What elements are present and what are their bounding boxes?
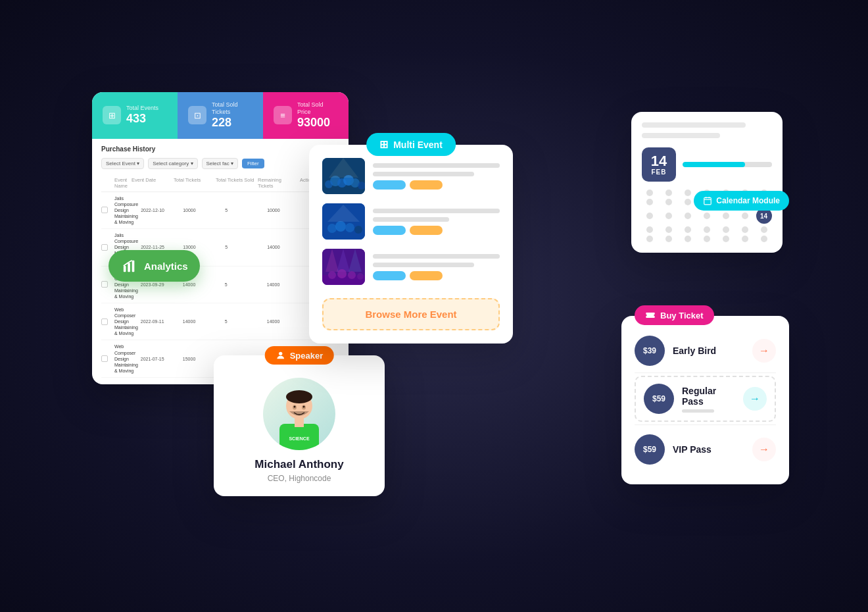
col-check — [101, 177, 112, 189]
events-icon: ⊞ — [103, 106, 121, 124]
svg-point-22 — [327, 224, 337, 233]
stat-info-events: Total Events 433 — [126, 105, 158, 126]
event-thumb-3 — [322, 249, 365, 285]
ticket-vip-pass: $59 VIP Pass → — [635, 424, 776, 471]
svg-point-35 — [357, 273, 364, 280]
row-event-name: Web Composer Design Maintaining & Moving — [114, 307, 138, 336]
cal-dot — [761, 236, 767, 242]
vip-price: $59 — [635, 434, 665, 465]
table-row: Web Composer Design Maintaining & Moving… — [101, 303, 339, 340]
row-remaining: 14000 — [267, 245, 306, 249]
select-category[interactable]: Select category ▾ — [148, 158, 197, 169]
early-bird-arrow[interactable]: → — [752, 339, 776, 363]
speaker-badge-label: Speaker — [290, 351, 324, 361]
cal-dot — [704, 213, 710, 219]
col-sold: Total Tickets Sold — [216, 177, 255, 189]
meta-line — [373, 217, 449, 222]
meta-line — [373, 172, 474, 176]
meta-line — [373, 209, 500, 213]
row-total: 14000 — [183, 319, 222, 324]
regular-pass-price-value: $59 — [652, 394, 665, 403]
crowd-svg-1 — [322, 158, 365, 194]
stat-label-tickets: Total Sold Tickets — [212, 101, 253, 116]
svg-point-34 — [348, 271, 356, 279]
cal-dot — [665, 236, 672, 242]
svg-point-17 — [325, 180, 333, 188]
svg-point-24 — [345, 223, 354, 232]
filter-row: Select Event ▾ Select category ▾ Select … — [101, 158, 339, 169]
event-tags — [373, 180, 500, 190]
svg-rect-36 — [704, 197, 711, 205]
vip-arrow[interactable]: → — [752, 438, 776, 461]
crowd-svg-2 — [322, 203, 365, 240]
early-bird-price: $39 — [635, 336, 665, 366]
svg-point-23 — [335, 221, 346, 232]
ticket-early-bird: $39 Early Bird → — [635, 329, 776, 373]
stat-label-price: Total Sold Price — [297, 101, 338, 116]
cal-dot — [704, 236, 710, 242]
cal-dot — [646, 226, 653, 233]
event-item-3 — [322, 249, 500, 285]
multi-event-label: Multi Event — [393, 140, 443, 150]
cal-dot — [742, 236, 748, 242]
svg-rect-0 — [124, 266, 126, 272]
select-event[interactable]: Select Event ▾ — [101, 158, 144, 169]
early-bird-name: Early Bird — [673, 345, 744, 356]
event-tags — [373, 226, 500, 235]
cal-dot — [685, 226, 691, 233]
cal-dot — [646, 236, 653, 242]
svg-point-5 — [286, 390, 312, 403]
price-icon: ≡ — [274, 106, 292, 124]
progress-bar-bg — [683, 162, 772, 167]
purchase-title: Purchase History — [101, 145, 339, 153]
svg-text:SCIENCE: SCIENCE — [289, 436, 309, 441]
cal-dot — [704, 226, 710, 233]
event-thumb-1 — [322, 158, 365, 194]
event-meta-3 — [373, 254, 500, 280]
event-meta-2 — [373, 209, 500, 235]
cal-dot — [665, 190, 672, 196]
cal-dot — [742, 213, 748, 219]
ticket-icon — [645, 310, 656, 320]
svg-point-32 — [328, 271, 336, 279]
table-header: Event Name Event Date Total Tickets Tota… — [101, 174, 339, 192]
stat-value-tickets: 228 — [212, 116, 253, 130]
browse-more-button[interactable]: Browse More Event — [322, 298, 500, 330]
cal-dot — [761, 226, 767, 233]
stat-sold-tickets: ⊡ Total Sold Tickets 228 — [178, 92, 263, 139]
row-total: 13000 — [183, 245, 222, 249]
col-name: Event Name — [114, 177, 129, 189]
svg-point-11 — [294, 406, 296, 408]
row-sold: 5 — [225, 245, 264, 249]
speaker-name: Michael Anthony — [227, 458, 372, 471]
row-checkbox[interactable] — [101, 319, 108, 325]
progress-bar-fill — [683, 162, 745, 167]
filter-button[interactable]: Filter — [242, 159, 264, 168]
grid-icon: ⊞ — [379, 138, 388, 151]
speaker-avatar: SCIENCE — [263, 378, 335, 450]
vip-name: VIP Pass — [673, 444, 744, 455]
tag-orange — [410, 180, 443, 190]
regular-pass-name: Regular Pass — [682, 386, 735, 407]
regular-pass-sub-line — [682, 409, 714, 413]
cal-dot — [723, 213, 729, 219]
calendar-header-row: 14 FEB — [642, 147, 772, 182]
meta-line — [373, 263, 474, 267]
col-remaining: Remaining Tickets — [258, 177, 297, 189]
event-item-1 — [322, 158, 500, 194]
regular-pass-arrow[interactable]: → — [743, 387, 767, 411]
stats-row: ⊞ Total Events 433 ⊡ Total Sold Tickets … — [92, 92, 349, 139]
regular-pass-info: Regular Pass — [682, 386, 735, 413]
row-checkbox[interactable] — [101, 281, 108, 288]
row-checkbox[interactable] — [101, 207, 108, 213]
event-item-2 — [322, 203, 500, 240]
speaker-figure: SCIENCE — [270, 388, 329, 450]
date-box: 14 FEB — [642, 147, 676, 182]
svg-rect-2 — [132, 261, 135, 272]
stat-label-events: Total Events — [126, 105, 158, 112]
row-checkbox[interactable] — [101, 355, 108, 362]
analytics-badge-label: Analytics — [144, 261, 188, 272]
svg-point-25 — [354, 226, 362, 234]
row-checkbox[interactable] — [101, 244, 108, 251]
select-fac[interactable]: Select fac ▾ — [202, 158, 238, 169]
